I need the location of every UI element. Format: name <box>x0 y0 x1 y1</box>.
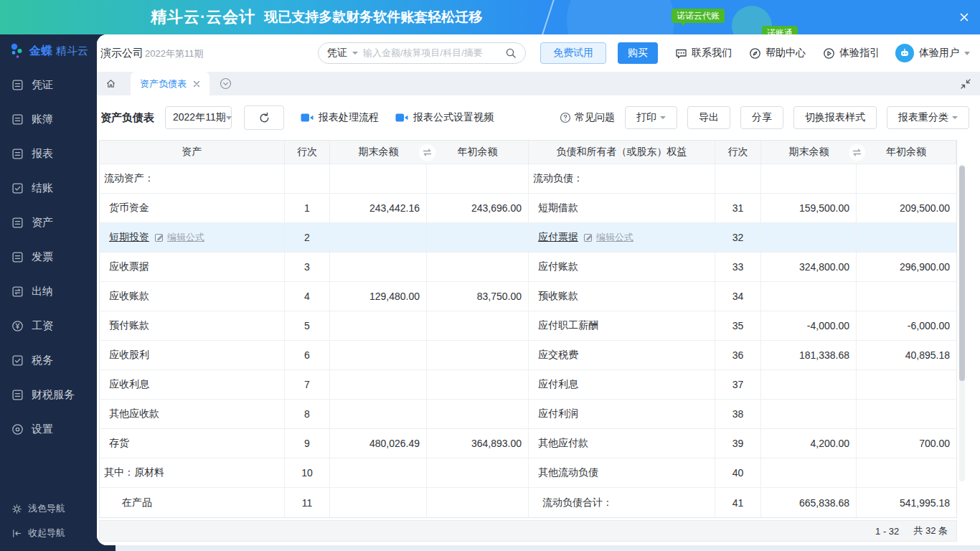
edit-formula-link[interactable]: 编辑公式 <box>167 231 204 244</box>
user-menu[interactable]: 体验用户 <box>895 44 970 62</box>
user-name: 体验用户 <box>919 47 959 60</box>
table-row[interactable]: 其中：原材料10其他流动负债40 <box>100 458 956 488</box>
liability-name: 流动负债合计： <box>542 496 613 509</box>
asset-name: 应收票据 <box>109 260 149 273</box>
video-camera-icon <box>395 113 408 123</box>
sidebar-item-label: 报表 <box>32 147 53 161</box>
table-row[interactable]: 应收票据3应付账款33324,800.00296,900.00 <box>100 253 956 282</box>
top-bar: 演示公司2022年第11期 凭证 输入金额/核算项目/科目/摘要 免费试用 购买… <box>97 34 980 72</box>
buy-button[interactable]: 购买 <box>618 42 658 64</box>
search-category-select[interactable]: 凭证 <box>327 47 347 60</box>
sidebar-item-tax[interactable]: 税务 <box>0 343 97 377</box>
liability-beginning-balance-cell <box>857 458 956 487</box>
tab-list-dropdown-icon[interactable] <box>220 77 232 90</box>
formula-video-label: 报表公式设置视频 <box>413 111 494 124</box>
table-row[interactable]: 预付账款5应付职工薪酬35-4,000.00-6,000.00 <box>100 311 956 341</box>
swap-columns-icon[interactable] <box>419 144 435 161</box>
table-row[interactable]: 短期投资编辑公式2应付票据编辑公式32 <box>100 223 956 253</box>
table-row[interactable]: 应收利息7应付利息37 <box>100 370 956 400</box>
chevron-down-icon <box>964 52 970 55</box>
liability-formula-link[interactable]: 应付票据 <box>538 231 578 244</box>
search-icon[interactable] <box>505 47 517 59</box>
asset-beginning-balance-value: 364,893.00 <box>471 438 522 449</box>
faq-link[interactable]: 常见问题 <box>560 111 615 124</box>
sidebar-item-report[interactable]: 报表 <box>0 136 97 171</box>
column-header-ending-balance: 期末余额 <box>761 141 857 164</box>
sidebar-item-closing[interactable]: 结账 <box>0 171 97 205</box>
edit-formula-icon[interactable] <box>154 232 164 242</box>
sidebar-item-tax-service[interactable]: 财税服务 <box>0 377 97 412</box>
tab-balance-sheet[interactable]: 资产负债表 <box>131 72 209 95</box>
table-row[interactable]: 应收股利6应交税费36181,338.6840,895.18 <box>100 341 956 370</box>
banner-subtitle: 现已支持多款财务软件账套轻松迁移 <box>264 8 482 27</box>
free-trial-button[interactable]: 免费试用 <box>540 42 606 64</box>
logo-dots-icon <box>9 42 24 60</box>
sidebar-item-cashier[interactable]: 出纳 <box>0 274 97 309</box>
liability-name-cell: 短期借款 <box>529 194 715 222</box>
sidebar-item-payroll[interactable]: 工资 <box>0 309 97 343</box>
report-flow-label: 报表处理流程 <box>319 111 379 124</box>
home-tab-icon[interactable] <box>105 78 116 89</box>
sidebar-item-collapse-nav[interactable]: 收起导航 <box>0 521 97 545</box>
fullscreen-toggle-icon[interactable] <box>961 79 971 89</box>
sidebar-item-ledger[interactable]: 账簿 <box>0 102 97 136</box>
table-row[interactable]: 流动资产：流动负债： <box>100 164 956 194</box>
sidebar-item-label: 设置 <box>32 423 53 436</box>
liability-ending-balance-value: 181,338.68 <box>799 349 849 361</box>
asset-line-no-cell: 4 <box>285 282 330 311</box>
reclassify-button[interactable]: 报表重分类 <box>887 106 969 129</box>
help-center-button[interactable]: 帮助中心 <box>749 47 806 60</box>
logo-text-jingdouyun: 精斗云 <box>56 44 88 58</box>
collapse-nav-icon <box>11 528 22 539</box>
chevron-down-icon <box>660 116 666 119</box>
sidebar: 金蝶 精斗云 凭证账簿报表结账资产发票出纳工资税务财税服务设置 浅色导航收起导航 <box>0 34 97 551</box>
edit-formula-link[interactable]: 编辑公式 <box>596 231 633 244</box>
report-flow-link[interactable]: 报表处理流程 <box>301 111 379 124</box>
sidebar-item-settings[interactable]: 设置 <box>0 412 97 446</box>
help-center-label: 帮助中心 <box>765 47 806 60</box>
asset-name: 其中：原材料 <box>104 466 164 479</box>
contact-us-button[interactable]: 联系我们 <box>675 47 732 60</box>
vertical-scrollbar[interactable] <box>959 164 965 481</box>
sidebar-item-label: 资产 <box>32 216 53 230</box>
asset-formula-link[interactable]: 短期投资 <box>109 231 149 244</box>
asset-name-cell: 流动资产： <box>100 164 285 193</box>
liability-name: 其他流动负债 <box>538 466 598 479</box>
scrollbar-thumb[interactable] <box>959 166 965 381</box>
tab-close-icon[interactable] <box>193 80 200 88</box>
table-row[interactable]: 其他应收款8应付利润38 <box>100 400 956 429</box>
sidebar-item-voucher[interactable]: 凭证 <box>0 67 97 102</box>
liability-name-cell: 应付利润 <box>529 400 715 428</box>
liability-beginning-balance-cell: 40,895.18 <box>857 341 956 369</box>
table-row[interactable]: 存货9480,026.49364,893.00其他应付款394,200.0070… <box>100 429 956 458</box>
refresh-button[interactable] <box>244 105 284 130</box>
settings-icon <box>11 423 24 435</box>
sidebar-item-light-nav[interactable]: 浅色导航 <box>0 496 97 521</box>
video-camera-icon <box>301 113 314 123</box>
experience-guide-button[interactable]: 体验指引 <box>823 47 880 60</box>
edit-formula-icon[interactable] <box>583 232 593 242</box>
liability-line-no-cell: 37 <box>715 370 761 399</box>
table-row[interactable]: 货币资金1243,442.16243,696.00短期借款31159,500.0… <box>100 194 956 223</box>
global-search-input[interactable]: 凭证 输入金额/核算项目/科目/摘要 <box>318 42 526 64</box>
sidebar-item-asset[interactable]: 资产 <box>0 205 97 240</box>
switch-style-button[interactable]: 切换报表样式 <box>793 106 877 129</box>
swap-columns-icon[interactable] <box>849 144 865 161</box>
period-select[interactable]: 2022年11期 <box>165 106 232 129</box>
liability-beginning-balance-cell <box>857 370 956 399</box>
asset-line-no-value: 7 <box>304 379 310 390</box>
asset-name-cell: 应收股利 <box>100 341 285 369</box>
asset-line-no-cell: 11 <box>285 488 330 517</box>
logo-text-kingdee: 金蝶 <box>29 44 52 59</box>
sidebar-item-invoice[interactable]: 发票 <box>0 240 97 274</box>
export-button[interactable]: 导出 <box>687 106 730 129</box>
share-button[interactable]: 分享 <box>740 106 783 129</box>
formula-video-link[interactable]: 报表公式设置视频 <box>395 111 494 124</box>
table-row[interactable]: 应收账款4129,480.0083,750.00预收账款34 <box>100 282 956 311</box>
asset-ending-balance-cell <box>330 164 427 193</box>
banner-close-icon[interactable] <box>958 11 970 23</box>
liability-ending-balance-cell <box>761 223 857 252</box>
print-button[interactable]: 打印 <box>625 106 677 129</box>
liability-beginning-balance-cell: 700.00 <box>857 429 956 458</box>
table-row[interactable]: 在产品11流动负债合计：41665,838.68541,995.18 <box>100 488 956 517</box>
